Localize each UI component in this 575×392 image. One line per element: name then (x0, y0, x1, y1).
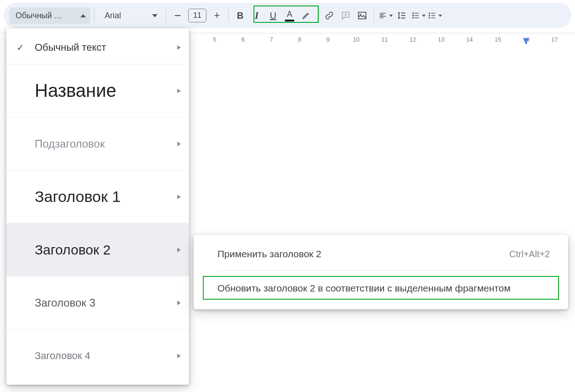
indent-marker-icon (523, 38, 529, 44)
submenu-arrow-icon (177, 45, 181, 50)
font-family-label: Arial (105, 11, 121, 21)
checklist-icon (411, 11, 420, 20)
style-item-label: Заголовок 2 (35, 242, 111, 258)
align-left-icon (378, 11, 387, 20)
svg-point-4 (429, 17, 430, 18)
ruler-number: 5 (213, 36, 216, 43)
align-dropdown[interactable] (378, 8, 393, 23)
bulleted-list-dropdown[interactable] (427, 8, 443, 23)
ruler-number: 8 (298, 36, 301, 43)
style-item-h1[interactable]: Заголовок 1 (6, 170, 189, 223)
font-family-dropdown[interactable]: Arial (98, 7, 162, 24)
update-heading-2-label: Обновить заголовок 2 в соответствии с вы… (217, 283, 511, 294)
separator (217, 270, 550, 271)
style-item-h4[interactable]: Заголовок 4 (6, 329, 189, 382)
paragraph-style-dropdown[interactable]: Обычный … (9, 7, 90, 24)
style-item-title[interactable]: Название (6, 64, 189, 117)
bold-icon: B (237, 11, 243, 21)
style-item-label: Обычный текст (35, 42, 106, 53)
update-heading-2-from-selection[interactable]: Обновить заголовок 2 в соответствии с вы… (198, 277, 564, 299)
text-color-icon: A (287, 10, 292, 19)
style-item-h2[interactable]: Заголовок 2 (6, 223, 189, 276)
decrease-font-size-button[interactable]: − (170, 8, 185, 23)
ruler-number: 15 (495, 36, 501, 43)
check-icon: ✓ (16, 42, 24, 53)
style-item-subtitle[interactable]: Подзаголовок (6, 117, 189, 170)
ruler-number: 12 (410, 36, 416, 43)
ruler-number: 10 (353, 36, 359, 43)
submenu-arrow-icon (177, 195, 181, 199)
right-indent-marker[interactable] (523, 38, 529, 44)
insert-image-button[interactable] (354, 8, 370, 23)
italic-icon: I (255, 10, 259, 21)
line-spacing-icon (397, 11, 407, 21)
paragraph-style-menu: ✓Обычный текстНазваниеПодзаголовокЗаголо… (6, 28, 189, 385)
svg-point-3 (429, 15, 430, 16)
image-icon (357, 11, 367, 21)
link-icon (324, 11, 334, 21)
caret-down-icon (389, 15, 393, 17)
style-item-label: Заголовок 4 (35, 350, 90, 362)
text-color-button[interactable]: A (282, 8, 297, 23)
apply-heading-2-shortcut: Ctrl+Alt+2 (509, 249, 550, 260)
font-size-input[interactable]: 11 (188, 9, 206, 22)
svg-marker-5 (523, 38, 529, 42)
separator (317, 9, 318, 22)
highlight-color-button[interactable] (298, 8, 314, 23)
submenu-arrow-icon (177, 248, 181, 252)
svg-point-1 (360, 14, 361, 15)
insert-link-button[interactable] (322, 8, 337, 23)
add-comment-button[interactable] (338, 8, 353, 23)
ruler-number: 11 (381, 36, 388, 43)
apply-heading-2-label: Применить заголовок 2 (217, 249, 322, 260)
ruler-number: 7 (269, 36, 273, 43)
bold-button[interactable]: B (232, 8, 248, 23)
svg-point-2 (429, 12, 430, 14)
caret-up-icon (80, 14, 86, 17)
style-item-label: Подзаголовок (35, 138, 105, 150)
caret-down-icon (438, 15, 442, 17)
svg-rect-6 (525, 42, 527, 44)
italic-button[interactable]: I (249, 8, 264, 23)
ruler-number: 13 (438, 36, 444, 43)
ruler-number: 6 (241, 36, 244, 43)
style-submenu: Применить заголовок 2 Ctrl+Alt+2 Обновит… (194, 235, 568, 309)
separator (94, 9, 95, 22)
caret-down-icon (152, 14, 158, 17)
highlighter-icon (301, 11, 311, 20)
ruler-number: 9 (326, 36, 329, 43)
separator (374, 9, 374, 22)
toolbar: Обычный … Arial − 11 + B I U A (4, 3, 571, 28)
style-item-label: Название (35, 80, 116, 101)
ruler-number: 17 (551, 36, 558, 43)
comment-icon (341, 11, 351, 21)
style-item-label: Заголовок 1 (35, 188, 121, 206)
underline-icon: U (270, 11, 276, 21)
submenu-arrow-icon (177, 142, 181, 146)
submenu-arrow-icon (177, 89, 181, 93)
increase-font-size-button[interactable]: + (209, 8, 225, 23)
separator (166, 9, 166, 22)
underline-button[interactable]: U (265, 8, 281, 23)
submenu-arrow-icon (177, 354, 181, 358)
checklist-dropdown[interactable] (411, 8, 426, 23)
paragraph-style-label: Обычный … (16, 11, 63, 21)
font-size-value: 11 (193, 11, 201, 20)
style-item-normal[interactable]: ✓Обычный текст (6, 31, 189, 64)
apply-heading-2[interactable]: Применить заголовок 2 Ctrl+Alt+2 (198, 243, 564, 265)
ruler-number: 14 (466, 36, 473, 43)
style-item-label: Заголовок 3 (35, 297, 95, 309)
caret-down-icon (422, 15, 426, 17)
bulleted-list-icon (427, 11, 437, 20)
line-spacing-button[interactable] (394, 8, 410, 23)
style-item-h3[interactable]: Заголовок 3 (6, 276, 189, 329)
submenu-arrow-icon (177, 301, 181, 305)
separator (228, 9, 229, 22)
